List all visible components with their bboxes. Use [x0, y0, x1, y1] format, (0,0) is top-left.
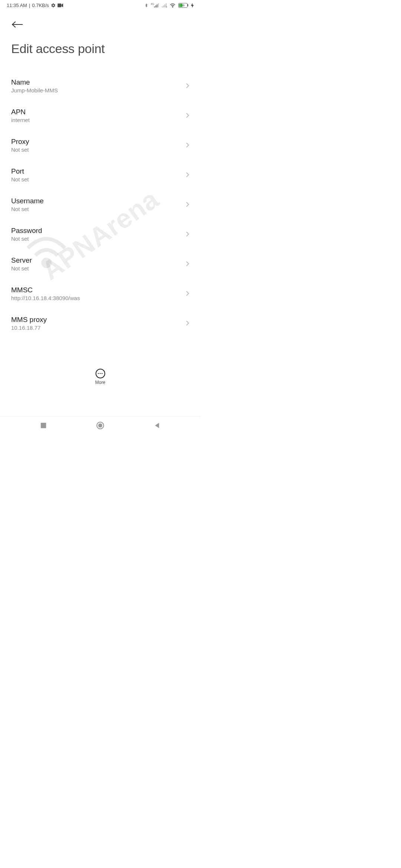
chevron-right-icon: [186, 261, 189, 267]
more-icon: [95, 369, 105, 378]
setting-password[interactable]: Password Not set: [0, 219, 200, 249]
status-data-rate: 0.7KB/s: [32, 3, 49, 8]
setting-name[interactable]: Name Jump-Mobile-MMS: [0, 71, 200, 101]
bluetooth-icon: [144, 3, 148, 8]
svg-point-14: [98, 423, 102, 427]
status-left: 11:35 AM | 0.7KB/s: [7, 3, 63, 8]
setting-username[interactable]: Username Not set: [0, 190, 200, 219]
more-label: More: [95, 380, 105, 385]
charging-icon: [191, 3, 194, 8]
setting-port-label: Port: [11, 167, 186, 175]
setting-proxy[interactable]: Proxy Not set: [0, 130, 200, 160]
setting-proxy-value: Not set: [11, 147, 186, 153]
chevron-right-icon: [186, 290, 189, 296]
svg-rect-6: [163, 5, 164, 7]
svg-point-10: [172, 6, 173, 7]
wifi-icon: [170, 3, 176, 8]
setting-mms-proxy[interactable]: MMS proxy 10.16.18.77: [0, 308, 200, 338]
chevron-right-icon: [186, 320, 189, 326]
chevron-right-icon: [186, 83, 189, 89]
svg-rect-5: [162, 6, 163, 7]
nav-home-button[interactable]: [89, 418, 111, 433]
setting-port[interactable]: Port Not set: [0, 160, 200, 190]
status-time: 11:35 AM: [7, 3, 27, 8]
settings-gear-icon: [51, 3, 56, 8]
setting-server[interactable]: Server Not set: [0, 249, 200, 279]
svg-rect-1: [154, 6, 155, 7]
setting-mms-proxy-label: MMS proxy: [11, 316, 186, 324]
signal-4g-icon: 4G: [151, 3, 159, 8]
setting-mmsc-label: MMSC: [11, 286, 186, 294]
chevron-right-icon: [186, 201, 189, 207]
android-nav-bar: [0, 416, 200, 434]
setting-apn[interactable]: APN internet: [0, 101, 200, 130]
setting-apn-value: internet: [11, 117, 186, 123]
battery-indicator: 38: [178, 3, 188, 8]
chevron-right-icon: [186, 142, 189, 148]
setting-mms-proxy-value: 10.16.18.77: [11, 325, 186, 331]
setting-username-value: Not set: [11, 206, 186, 212]
chevron-right-icon: [186, 231, 189, 237]
settings-list: APNArena Name Jump-Mobile-MMS APN intern…: [0, 60, 200, 416]
setting-mmsc-value: http://10.16.18.4:38090/was: [11, 295, 186, 301]
svg-rect-2: [156, 5, 156, 7]
signal-nosignal-icon: ✕: [162, 3, 167, 8]
nav-recents-button[interactable]: [32, 418, 55, 433]
svg-rect-7: [164, 4, 165, 7]
camera-icon: [58, 3, 63, 7]
setting-mmsc[interactable]: MMSC http://10.16.18.4:38090/was: [0, 279, 200, 308]
setting-name-value: Jump-Mobile-MMS: [11, 87, 186, 93]
setting-port-value: Not set: [11, 176, 186, 183]
chevron-right-icon: [186, 172, 189, 178]
setting-password-value: Not set: [11, 236, 186, 242]
setting-proxy-label: Proxy: [11, 138, 186, 146]
status-separator: |: [29, 3, 30, 8]
chevron-right-icon: [186, 112, 189, 118]
svg-rect-4: [158, 3, 159, 7]
header: Edit access point: [0, 10, 200, 60]
svg-rect-3: [157, 4, 157, 7]
more-button[interactable]: More: [80, 366, 120, 388]
setting-password-label: Password: [11, 227, 186, 235]
setting-apn-label: APN: [11, 108, 186, 116]
svg-text:✕: ✕: [166, 6, 167, 8]
svg-rect-0: [58, 3, 61, 7]
setting-server-value: Not set: [11, 265, 186, 272]
status-right: 4G ✕ 38: [144, 3, 194, 8]
setting-name-label: Name: [11, 78, 186, 86]
nav-back-button[interactable]: [146, 418, 168, 433]
svg-rect-12: [40, 423, 46, 428]
status-bar: 11:35 AM | 0.7KB/s 4G ✕ 38: [0, 0, 200, 10]
setting-server-label: Server: [11, 256, 186, 264]
page-title: Edit access point: [11, 42, 189, 56]
setting-username-label: Username: [11, 197, 186, 205]
back-button[interactable]: [11, 18, 25, 31]
